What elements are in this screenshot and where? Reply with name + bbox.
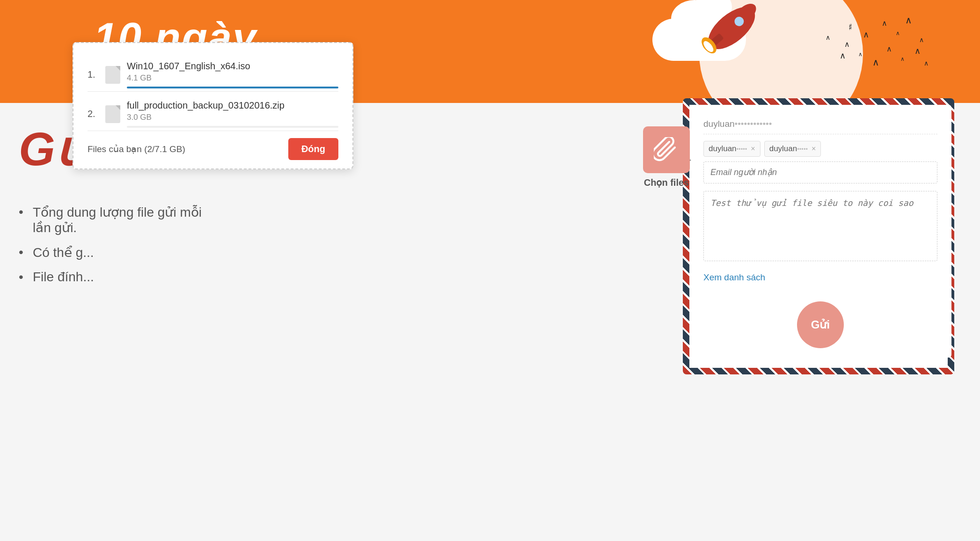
tag-2-text: duyluan [769, 144, 797, 154]
bullet-item-1: Tổng dung lượng file gửi mỗilần gửi. [19, 205, 202, 235]
svg-text:∧: ∧ [882, 19, 887, 27]
sender-name-text: duyluan [703, 119, 735, 129]
sender-name: duyluan•••••••••••• [703, 119, 937, 134]
bullet-list: Tổng dung lượng file gửi mỗilần gửi. Có … [19, 205, 202, 285]
files-info: Files của bạn (2/7.1 GB) [88, 144, 288, 154]
paperclip-icon [654, 137, 680, 163]
bullet-item-3: File đính... [19, 270, 202, 285]
bullet-item-2: Có thể g... [19, 245, 202, 260]
file-name-1: Win10_1607_English_x64.iso [127, 61, 338, 72]
svg-text:∧: ∧ [896, 30, 900, 37]
xem-danh-sach-link[interactable]: Xem danh sách [703, 272, 765, 283]
file-name-2: full_production_backup_03102016.zip [127, 100, 338, 111]
file-list-panel: 1. Win10_1607_English_x64.iso 4.1 GB 2. … [73, 42, 353, 169]
tags-row: duyluan••••• × duyluan••••• × [703, 141, 937, 157]
email-input[interactable] [703, 161, 937, 183]
tag-1-text: duyluan [709, 144, 737, 154]
file-item-1: 1. Win10_1607_English_x64.iso 4.1 GB [88, 52, 338, 92]
svg-text:∧: ∧ [826, 34, 830, 41]
file-details-1: Win10_1607_English_x64.iso 4.1 GB [127, 61, 338, 88]
file-number-2: 2. [88, 109, 101, 119]
progress-bar-container-1 [127, 87, 338, 88]
tag-1: duyluan••••• × [703, 141, 761, 157]
file-size-1: 4.1 GB [127, 73, 338, 83]
svg-text:∧: ∧ [840, 51, 846, 60]
remove-tag-1[interactable]: × [751, 145, 755, 153]
message-textarea[interactable] [703, 191, 937, 261]
svg-text:∧: ∧ [924, 59, 929, 67]
file-size-2: 3.0 GB [127, 113, 338, 122]
svg-text:∧: ∧ [905, 15, 912, 25]
gui-button[interactable]: Gửi [797, 301, 844, 348]
tag-2: duyluan••••• × [764, 141, 821, 157]
chon-files-label: Chọn files [644, 177, 689, 188]
svg-text:∧: ∧ [844, 40, 850, 48]
remove-tag-2[interactable]: × [812, 145, 816, 153]
progress-bar-1 [127, 87, 338, 88]
progress-bar-container-2 [127, 126, 338, 128]
chon-files-button[interactable] [643, 126, 690, 173]
file-number-1: 1. [88, 69, 101, 80]
svg-text:∧: ∧ [886, 45, 892, 53]
svg-text:∧: ∧ [919, 36, 924, 44]
email-form: duyluan•••••••••••• duyluan••••• × duylu… [689, 105, 951, 358]
file-icon-1 [105, 66, 120, 84]
panel-footer: Files của bạn (2/7.1 GB) Đóng [73, 130, 352, 168]
chon-files-wrapper: Chọn files [643, 126, 690, 188]
file-icon-2 [105, 105, 120, 123]
file-item-2: 2. full_production_backup_03102016.zip 3… [88, 92, 338, 131]
svg-text:∧: ∧ [872, 57, 879, 67]
airmail-border: duyluan•••••••••••• duyluan••••• × duylu… [683, 98, 954, 374]
svg-text:∧: ∧ [858, 51, 863, 58]
svg-text:∧: ∧ [900, 56, 905, 62]
file-details-2: full_production_backup_03102016.zip 3.0 … [127, 100, 338, 128]
dong-button[interactable]: Đóng [288, 138, 338, 160]
svg-text:𝄰: 𝄰 [849, 22, 852, 30]
svg-text:∧: ∧ [914, 46, 921, 56]
svg-text:∧: ∧ [863, 30, 869, 39]
